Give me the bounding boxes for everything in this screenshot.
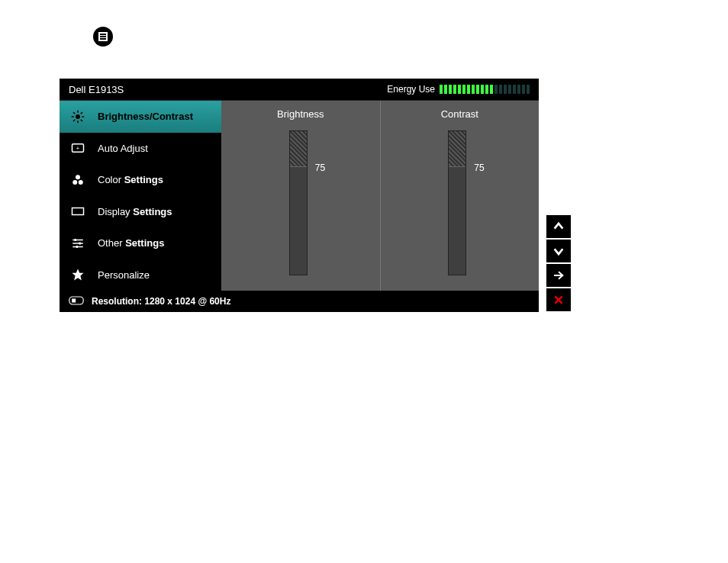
sliders-icon <box>69 236 87 250</box>
osd-window: Dell E1913S Energy Use Brightness/Contra… <box>60 79 539 311</box>
sidebar-item-personalize[interactable]: Personalize <box>60 259 221 291</box>
energy-bar <box>467 85 470 94</box>
sidebar-item-label: Brightness/Contrast <box>98 111 193 122</box>
energy-bar <box>527 85 530 94</box>
energy-bar <box>462 85 465 94</box>
energy-bar <box>522 85 525 94</box>
nav-right-button[interactable] <box>546 264 571 287</box>
energy-bar <box>490 85 493 94</box>
resolution-icon <box>69 296 84 307</box>
color-icon <box>69 173 87 187</box>
osd-sidebar: Brightness/Contrast+Auto AdjustColor Set… <box>60 101 221 291</box>
sidebar-item-brightness-contrast[interactable]: Brightness/Contrast <box>60 101 221 133</box>
sidebar-item-label: Auto Adjust <box>98 143 148 154</box>
sidebar-item-auto-adjust[interactable]: +Auto Adjust <box>60 133 221 165</box>
svg-rect-18 <box>75 239 76 241</box>
contrast-slider[interactable]: 75 <box>448 130 471 275</box>
svg-line-6 <box>81 120 82 121</box>
energy-bar <box>449 85 452 94</box>
energy-bar <box>499 85 502 94</box>
brightness-icon <box>69 110 87 124</box>
physical-nav-buttons <box>546 215 571 313</box>
panel-column-contrast: Contrast75 <box>380 101 540 291</box>
panel-column-brightness: Brightness75 <box>221 101 380 291</box>
svg-line-7 <box>73 120 75 121</box>
brightness-value: 75 <box>315 162 325 173</box>
svg-point-0 <box>76 114 80 119</box>
svg-line-8 <box>81 112 82 114</box>
energy-label: Energy Use <box>387 84 435 95</box>
sidebar-item-label: Other Settings <box>98 237 164 249</box>
energy-bar <box>485 85 488 94</box>
osd-panel: Brightness75Contrast75 <box>221 101 539 291</box>
svg-point-11 <box>76 175 80 179</box>
sidebar-item-label: Color Settings <box>98 174 163 185</box>
nav-down-button[interactable] <box>546 240 571 262</box>
energy-bar <box>517 85 520 94</box>
svg-rect-19 <box>79 242 81 244</box>
monitor-model: Dell E1913S <box>69 84 124 95</box>
osd-footer: Resolution: 1280 x 1024 @ 60Hz <box>60 291 539 312</box>
column-title: Contrast <box>441 108 478 120</box>
svg-rect-23 <box>72 298 76 302</box>
svg-point-13 <box>79 180 83 185</box>
svg-text:+: + <box>76 145 80 152</box>
sidebar-item-color-settings[interactable]: Color Settings <box>60 164 221 196</box>
svg-line-5 <box>73 112 75 114</box>
sidebar-item-label: Display Settings <box>98 206 172 217</box>
energy-bars <box>440 85 530 94</box>
auto-adjust-icon: + <box>69 141 87 155</box>
physical-menu-button[interactable] <box>93 27 113 47</box>
svg-marker-21 <box>72 269 84 281</box>
osd-header: Dell E1913S Energy Use <box>60 79 539 101</box>
energy-bar <box>513 85 516 94</box>
column-title: Brightness <box>277 108 324 120</box>
energy-bar <box>494 85 498 94</box>
energy-use: Energy Use <box>387 84 530 95</box>
energy-bar <box>440 85 443 94</box>
energy-bar <box>508 85 511 94</box>
energy-bar <box>504 85 507 94</box>
menu-icon <box>98 32 108 41</box>
resolution-text: Resolution: 1280 x 1024 @ 60Hz <box>92 296 230 307</box>
star-icon <box>69 268 87 282</box>
nav-close-button[interactable] <box>546 288 571 311</box>
svg-point-12 <box>72 180 77 185</box>
svg-rect-22 <box>69 297 83 304</box>
contrast-value: 75 <box>474 162 484 173</box>
sidebar-item-other-settings[interactable]: Other Settings <box>60 227 221 259</box>
energy-bar <box>458 85 461 94</box>
energy-bar <box>481 85 484 94</box>
svg-rect-20 <box>76 246 78 248</box>
sidebar-item-label: Personalize <box>98 269 150 281</box>
energy-bar <box>476 85 479 94</box>
svg-rect-14 <box>72 208 84 215</box>
energy-bar <box>472 85 475 94</box>
brightness-slider[interactable]: 75 <box>289 130 312 275</box>
nav-up-button[interactable] <box>546 215 571 238</box>
display-icon <box>69 204 87 218</box>
sidebar-item-display-settings[interactable]: Display Settings <box>60 196 221 228</box>
energy-bar <box>453 85 456 94</box>
energy-bar <box>444 85 447 94</box>
